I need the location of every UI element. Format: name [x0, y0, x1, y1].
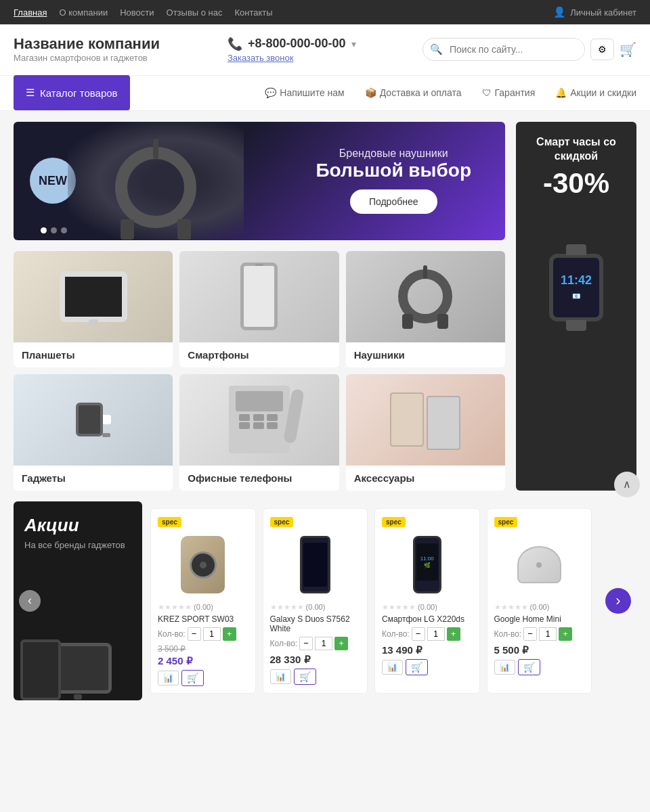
chart-btn-2[interactable]: 📊: [270, 669, 291, 684]
spec-badge-4: spec: [494, 517, 518, 527]
filter-button[interactable]: ⚙: [590, 39, 614, 60]
product-image-2: [270, 531, 361, 599]
catalog-button[interactable]: ☰ Каталог товаров: [14, 75, 130, 110]
account-label: Личный кабинет: [570, 7, 636, 18]
qty-input-3[interactable]: [427, 627, 445, 641]
spec-badge-3: spec: [382, 517, 406, 527]
qty-row-4: Кол-во: − +: [494, 627, 585, 641]
product-name-4: Google Home Mini: [494, 614, 585, 624]
shield-icon: 🛡: [482, 87, 492, 98]
main-content: NEW Брендовые наушники Большой выбор Под…: [0, 111, 650, 711]
phone-number: +8-800-000-00-00: [248, 37, 346, 51]
qty-minus-4[interactable]: −: [523, 627, 537, 641]
qty-minus-1[interactable]: −: [188, 627, 201, 641]
chart-btn-4[interactable]: 📊: [494, 660, 515, 675]
company-subtitle: Магазин смартфонов и гаджетов: [14, 53, 160, 64]
cart-button[interactable]: 🛒: [620, 41, 636, 58]
office-phones-label: Офисные телефоны: [179, 466, 339, 491]
qty-row-3: Кол-во: − +: [382, 627, 473, 641]
qty-input-1[interactable]: [203, 627, 221, 641]
menu-icon: ☰: [26, 87, 35, 99]
products-grid: spec ★★★★★ (0.00) KREZ SPORT SW03 Кол-во…: [150, 501, 592, 700]
banner-main-text: Большой выбор: [316, 160, 471, 181]
top-navigation: Главная О компании Новости Отзывы о нас …: [0, 0, 650, 24]
headphones-image: [68, 122, 244, 240]
product-image-3: 11:00🌿: [382, 531, 473, 599]
site-header: Название компании Магазин смартфонов и г…: [0, 24, 650, 76]
qty-input-2[interactable]: [315, 637, 332, 650]
qty-plus-4[interactable]: +: [559, 627, 572, 641]
callback-link[interactable]: Заказать звонок: [228, 53, 356, 63]
promo-side-title: Акции: [24, 515, 131, 536]
nav-contacts[interactable]: Контакты: [235, 7, 273, 18]
promo-card[interactable]: Смарт часы со скидкой -30% 11:42📧: [516, 122, 636, 491]
catalog-links: 💬 Напишите нам 📦 Доставка и оплата 🛡 Гар…: [265, 87, 636, 98]
qty-plus-3[interactable]: +: [447, 627, 460, 641]
spec-badge-1: spec: [158, 517, 181, 527]
banner-dots: [41, 227, 67, 233]
products-section: Акции На все бренды гаджетов ‹ spec: [14, 501, 636, 700]
search-input[interactable]: [450, 39, 584, 60]
chat-icon: 💬: [265, 87, 276, 98]
nav-delivery[interactable]: 📦 Доставка и оплата: [365, 87, 462, 98]
category-smartphones[interactable]: Смартфоны: [179, 251, 339, 367]
cart-add-btn-2[interactable]: 🛒: [294, 669, 316, 685]
prev-arrow[interactable]: ‹: [19, 590, 41, 612]
dot-2[interactable]: [51, 227, 57, 233]
product-name-2: Galaxy S Duos S7562 White: [270, 614, 361, 633]
chart-btn-3[interactable]: 📊: [382, 660, 403, 675]
banner-button[interactable]: Подробнее: [350, 189, 437, 214]
tablets-label: Планшеты: [14, 342, 173, 367]
cart-add-btn-1[interactable]: 🛒: [181, 670, 204, 686]
qty-plus-2[interactable]: +: [334, 637, 348, 650]
stars-2: ★★★★★ (0.00): [270, 603, 361, 612]
qty-input-4[interactable]: [539, 627, 557, 641]
sidebar-promo: Смарт часы со скидкой -30% 11:42📧 ∧: [516, 122, 636, 491]
promo-discount: -30%: [543, 167, 609, 200]
new-price-4: 5 500 ₽: [494, 644, 529, 656]
qty-minus-3[interactable]: −: [412, 627, 425, 641]
top-nav-links: Главная О компании Новости Отзывы о нас …: [14, 7, 273, 18]
banner-sub-text: Брендовые наушники: [316, 148, 471, 160]
category-office-phones[interactable]: Офисные телефоны: [179, 374, 339, 491]
product-name-1: KREZ SPORT SW03: [158, 614, 248, 624]
smartwatch-image: 11:42📧: [532, 206, 620, 369]
chart-btn-1[interactable]: 📊: [158, 671, 179, 685]
accessories-image: [346, 374, 505, 466]
nav-promotions[interactable]: 🔔 Акции и скидки: [555, 87, 636, 98]
nav-about[interactable]: О компании: [59, 7, 108, 18]
nav-warranty[interactable]: 🛡 Гарантия: [482, 87, 536, 98]
phone-icon: 📞: [228, 37, 242, 51]
top-nav-account[interactable]: 👤 Личный кабинет: [553, 6, 636, 18]
nav-home[interactable]: Главная: [14, 7, 47, 18]
stars-3: ★★★★★ (0.00): [382, 603, 473, 612]
nav-news[interactable]: Новости: [120, 7, 154, 18]
next-arrow[interactable]: ›: [605, 588, 631, 614]
promo-side-banner: Акции На все бренды гаджетов ‹: [14, 501, 142, 700]
scroll-up-button[interactable]: ∧: [614, 472, 640, 497]
qty-minus-2[interactable]: −: [299, 637, 313, 650]
category-tablets[interactable]: Планшеты: [14, 251, 173, 367]
cart-add-btn-4[interactable]: 🛒: [518, 659, 540, 675]
category-accessories[interactable]: Аксессуары: [346, 374, 505, 491]
catalog-label: Каталог товаров: [40, 87, 118, 99]
qty-row-1: Кол-во: − +: [158, 627, 248, 641]
category-gadgets[interactable]: Гаджеты: [14, 374, 173, 491]
company-name: Название компании: [14, 35, 160, 53]
nav-reviews[interactable]: Отзывы о нас: [167, 7, 223, 18]
headphones-image2: [346, 251, 505, 342]
category-headphones[interactable]: Наушники: [346, 251, 505, 367]
dot-1[interactable]: [41, 227, 47, 233]
product-card-2: spec ★★★★★ (0.00) Galaxy S Duos S7562 Wh…: [263, 508, 368, 694]
qty-label-3: Кол-во:: [382, 629, 410, 639]
product-name-3: Смартфон LG X220ds: [382, 614, 473, 624]
phone-dropdown-icon[interactable]: ▾: [351, 39, 356, 49]
company-logo: Название компании Магазин смартфонов и г…: [14, 35, 160, 64]
qty-plus-1[interactable]: +: [223, 627, 236, 641]
banner-text: Брендовые наушники Большой выбор Подробн…: [316, 148, 471, 214]
phone-block: 📞 +8-800-000-00-00 ▾ Заказать звонок: [228, 37, 356, 63]
nav-write-us[interactable]: 💬 Напишите нам: [265, 87, 344, 98]
headphones-label: Наушники: [346, 342, 505, 367]
dot-3[interactable]: [61, 227, 67, 233]
cart-add-btn-3[interactable]: 🛒: [406, 659, 428, 675]
